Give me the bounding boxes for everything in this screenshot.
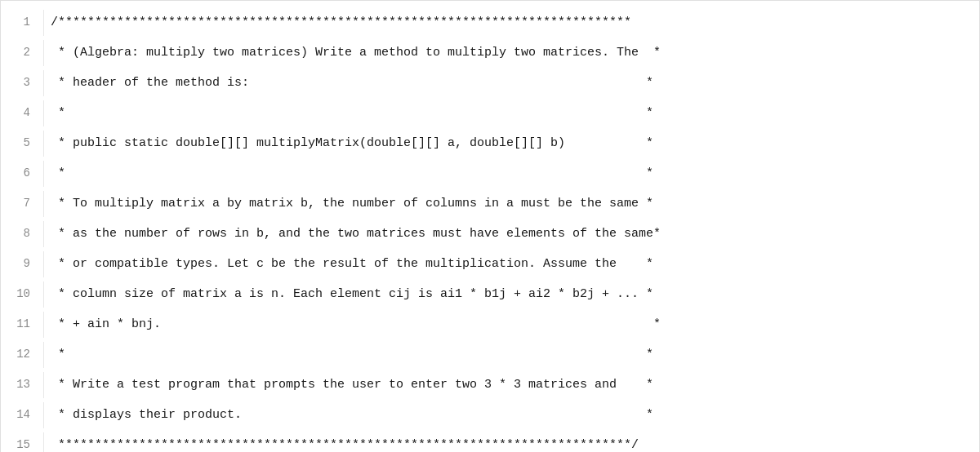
- line-number: 9: [1, 250, 43, 277]
- line-content: * displays their product. *: [43, 402, 979, 428]
- line-content: * or compatible types. Let c be the resu…: [43, 251, 979, 277]
- code-line: 8 * as the number of rows in b, and the …: [1, 219, 979, 249]
- line-number: 14: [1, 401, 43, 428]
- line-content: /***************************************…: [43, 10, 979, 36]
- line-content: * Write a test program that prompts the …: [43, 372, 979, 398]
- code-viewer: 1/**************************************…: [0, 0, 980, 452]
- line-content: * *: [43, 342, 979, 368]
- line-number: 4: [1, 100, 43, 126]
- line-content: ****************************************…: [43, 432, 979, 452]
- line-content: * as the number of rows in b, and the tw…: [43, 221, 979, 247]
- code-line: 1/**************************************…: [1, 7, 979, 38]
- line-number: 2: [1, 39, 43, 65]
- code-line: 14 * displays their product. *: [1, 400, 979, 430]
- line-number: 5: [1, 130, 43, 156]
- code-line: 9 * or compatible types. Let c be the re…: [1, 249, 979, 279]
- line-number: 15: [1, 432, 43, 452]
- line-content: * + ain * bnj. *: [43, 312, 979, 338]
- line-number: 11: [1, 311, 43, 337]
- line-number: 3: [1, 69, 43, 95]
- line-content: * To multiply matrix a by matrix b, the …: [43, 191, 979, 217]
- code-line: 15 *************************************…: [1, 430, 979, 452]
- code-line: 7 * To multiply matrix a by matrix b, th…: [1, 188, 979, 219]
- code-line: 10 * column size of matrix a is n. Each …: [1, 279, 979, 309]
- code-line: 6 * *: [1, 158, 979, 188]
- code-line: 4 * *: [1, 98, 979, 128]
- line-content: * (Algebra: multiply two matrices) Write…: [43, 40, 979, 66]
- code-line: 11 * + ain * bnj. *: [1, 309, 979, 339]
- line-number: 12: [1, 341, 43, 367]
- code-line: 3 * header of the method is: *: [1, 68, 979, 98]
- line-number: 6: [1, 160, 43, 186]
- code-line: 13 * Write a test program that prompts t…: [1, 370, 979, 400]
- line-content: * column size of matrix a is n. Each ele…: [43, 281, 979, 308]
- line-number: 10: [1, 281, 43, 307]
- code-line: 2 * (Algebra: multiply two matrices) Wri…: [1, 38, 979, 68]
- line-content: * public static double[][] multiplyMatri…: [43, 131, 979, 157]
- line-content: * *: [43, 161, 979, 187]
- line-content: * *: [43, 100, 979, 126]
- line-number: 8: [1, 220, 43, 246]
- line-content: * header of the method is: *: [43, 70, 979, 96]
- line-number: 13: [1, 371, 43, 397]
- code-line: 12 * *: [1, 339, 979, 370]
- code-line: 5 * public static double[][] multiplyMat…: [1, 128, 979, 158]
- line-number: 7: [1, 190, 43, 216]
- line-number: 1: [1, 9, 43, 35]
